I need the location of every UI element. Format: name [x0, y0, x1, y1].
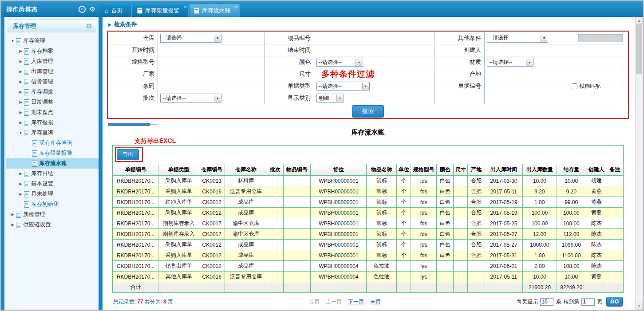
- sidebar-item-inventory-ledger[interactable]: 库存流水账: [6, 158, 99, 169]
- first-page-link[interactable]: 首页: [309, 298, 320, 306]
- horizontal-scrollbar[interactable]: [108, 122, 629, 126]
- export-button[interactable]: 导出: [117, 149, 139, 160]
- search-form: 仓库--请选择--▼物品编号其他条件--请选择--▼开始时间结束时间创建人规格型…: [108, 31, 628, 104]
- sidebar-item-inventory-management[interactable]: ▼库存管理: [6, 36, 99, 46]
- tab-inventory-ledger[interactable]: 库存流水账×: [190, 4, 240, 17]
- collapse-panel-icon[interactable]: ⊖: [86, 23, 92, 30]
- sidebar-item-daily-adjustment[interactable]: ▶日常调整: [6, 97, 99, 107]
- table-cell: 100.00: [522, 218, 557, 229]
- chevron-right-icon[interactable]: ▶: [18, 100, 24, 104]
- vertical-scrollbar-track[interactable]: [636, 75, 643, 303]
- document-icon: [32, 150, 37, 157]
- start-time-input[interactable]: [160, 46, 257, 55]
- sidebar-item-current-inventory-query[interactable]: 现有库存查询: [6, 138, 99, 148]
- table-row[interactable]: CKDBH20170...销售出库单CK0012成品库WPBH00000004色…: [113, 261, 623, 272]
- chevron-right-icon[interactable]: ▶: [18, 182, 24, 186]
- sidebar-item-inventory-initialization[interactable]: 库存初始化: [6, 199, 99, 209]
- sidebar-item-borrow-management[interactable]: ▶借货管理: [6, 77, 99, 87]
- sidebar-item-month-end-processing[interactable]: ▶月末处理: [6, 189, 99, 199]
- prev-page-link[interactable]: 上一页: [326, 298, 342, 306]
- sidebar-item-supply-chain-settings[interactable]: ▶供应链设置: [6, 220, 99, 230]
- horizontal-scrollbar-thumb[interactable]: [108, 123, 150, 126]
- manufacturer-input[interactable]: [160, 70, 257, 79]
- search-section-header[interactable]: ▶ 检索条件: [107, 20, 629, 31]
- column-header: 产地: [468, 164, 485, 176]
- sidebar-item-inventory-loss[interactable]: ▶库存报损: [6, 118, 99, 128]
- chevron-right-icon[interactable]: ▶: [10, 223, 16, 227]
- chevron-right-icon[interactable]: ▶: [18, 192, 24, 196]
- chevron-down-icon[interactable]: ▼: [18, 131, 24, 135]
- go-button[interactable]: GO: [606, 297, 623, 307]
- chevron-right-icon[interactable]: ▶: [18, 110, 24, 114]
- close-icon[interactable]: ×: [184, 4, 186, 10]
- vertical-scrollbar-thumb[interactable]: [636, 24, 642, 74]
- document-icon: [24, 181, 29, 187]
- table-row[interactable]: RKDBH20170...其他入库单CK0016泛普专用仓库WPBH000000…: [113, 272, 623, 282]
- vertical-scrollbar[interactable]: ▲ ▼: [635, 17, 643, 310]
- table-cell: 鼠标: [367, 208, 397, 218]
- chevron-right-icon[interactable]: ▶: [18, 70, 24, 74]
- last-page-link[interactable]: 末页: [370, 298, 381, 306]
- tree-item-label: 供应链设置: [23, 221, 51, 228]
- field-label: 颜色: [265, 56, 314, 68]
- scroll-up-icon[interactable]: ▲: [636, 17, 643, 24]
- sidebar-item-quality-inspection[interactable]: ▶质检管理: [6, 209, 99, 220]
- splitter[interactable]: [99, 17, 103, 310]
- warehouse-select[interactable]: --请选择--▼: [160, 34, 221, 43]
- doc-type-select[interactable]: --请选择--▼: [316, 82, 370, 91]
- table-cell: [607, 261, 623, 272]
- table-row[interactable]: RKDBH20170...期初库存录入CK0017渝中区仓库WPBH000000…: [113, 229, 623, 240]
- scroll-down-icon[interactable]: ▼: [636, 303, 643, 310]
- barcode-input[interactable]: [160, 82, 257, 91]
- table-row[interactable]: RKDBH20170...红冲入库单CK0012成品库WPBH00000001鼠…: [113, 197, 623, 208]
- sidebar-item-inventory-daily-settlement[interactable]: ▶库存日结: [6, 169, 99, 179]
- color-select[interactable]: --请选择--▼: [316, 58, 363, 67]
- sidebar-item-period-end-stocktake[interactable]: ▶期末盘点: [6, 107, 99, 118]
- sidebar-item-inventory-query[interactable]: ▼库存查询: [6, 128, 99, 138]
- table-cell: 黄燕: [586, 272, 607, 282]
- chevron-right-icon[interactable]: ▶: [10, 213, 16, 217]
- next-page-link[interactable]: 下一页: [348, 298, 364, 306]
- sidebar-item-inventory-transfer[interactable]: ▶库存调拨: [6, 87, 99, 97]
- chevron-down-icon[interactable]: ▼: [10, 39, 16, 43]
- close-icon[interactable]: ×: [235, 4, 237, 10]
- tab-inventory-limit-alarm[interactable]: 库存限量报警×: [133, 4, 189, 17]
- chevron-right-icon[interactable]: ▶: [18, 121, 24, 125]
- fuzzy-match-checkbox[interactable]: [572, 83, 577, 89]
- selected-option: --请选择--: [489, 59, 512, 66]
- display-category-select[interactable]: 明细▼: [316, 94, 344, 102]
- sidebar-item-inbound-management[interactable]: ▶入库管理: [6, 56, 99, 67]
- table-row[interactable]: RKDBH20170...采购入库单CK0012成品库WPBH00000001鼠…: [113, 250, 623, 261]
- item-code-input[interactable]: [316, 34, 427, 43]
- table-row[interactable]: RKDBH20170...期初库存录入CK0017渝中区仓库WPBH000000…: [113, 218, 623, 229]
- chevron-right-icon[interactable]: ▶: [18, 90, 24, 94]
- sidebar-item-inventory-archives[interactable]: ▶库存档案: [6, 46, 99, 56]
- gear-icon[interactable]: ⚙: [90, 6, 95, 12]
- other-condition-select[interactable]: --请选择--▼: [487, 34, 548, 43]
- spec-model-input[interactable]: [160, 58, 257, 67]
- chevron-right-icon[interactable]: ▶: [18, 80, 24, 84]
- table-row[interactable]: RKDBH20170...采购入库单CK0012成品库WPBH00000001鼠…: [113, 240, 623, 250]
- material-select[interactable]: --请选择--▼: [487, 58, 533, 67]
- per-page-input[interactable]: [540, 298, 553, 306]
- sidebar-item-basic-settings[interactable]: ▶基本设置: [6, 179, 99, 189]
- chevron-right-icon[interactable]: ▶: [18, 172, 24, 176]
- table-cell: 鼠标: [367, 250, 397, 261]
- batch-select[interactable]: --请选择--▼: [160, 94, 221, 102]
- sidebar-item-outbound-management[interactable]: ▶出库管理: [6, 67, 99, 77]
- table-row[interactable]: RKDBH20170...采购入库单CK0013材料库WPBH00000001鼠…: [113, 176, 623, 186]
- creator-input[interactable]: [487, 46, 618, 55]
- search-button[interactable]: 搜索: [352, 105, 384, 118]
- selected-option: --请选择--: [162, 94, 186, 102]
- end-time-input[interactable]: [316, 46, 427, 55]
- back-icon[interactable]: ‹: [79, 6, 86, 13]
- goto-page-input[interactable]: [581, 298, 595, 306]
- origin-input[interactable]: [487, 70, 618, 79]
- chevron-right-icon[interactable]: ▶: [18, 49, 24, 53]
- table-row[interactable]: RKDBH20170...采购入库单CK0016泛普专用仓库WPBH000000…: [113, 186, 623, 197]
- table-row[interactable]: RKDBH20170...采购入库单CK0012成品库WPBH00000001鼠…: [113, 208, 623, 218]
- origin-field-cell: [485, 68, 628, 80]
- sidebar-item-inventory-limit-alarm[interactable]: 库存限量报警: [6, 148, 99, 158]
- chevron-right-icon[interactable]: ▶: [18, 59, 24, 63]
- tab-home[interactable]: ⌂首页: [100, 4, 132, 17]
